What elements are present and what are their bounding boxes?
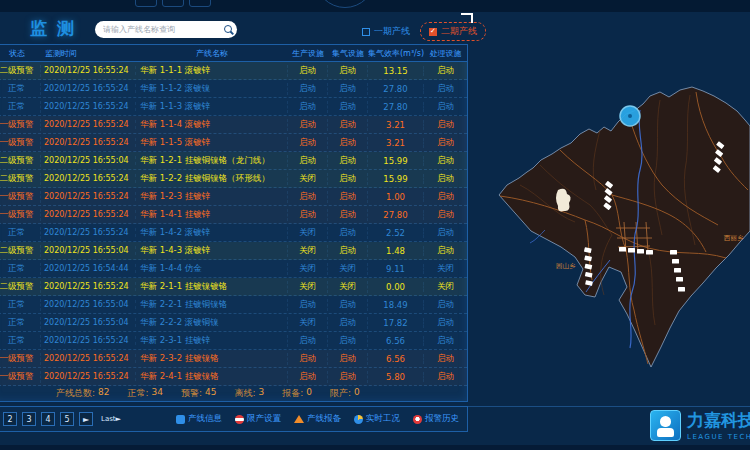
treatment-facility-cell: 启动	[424, 101, 467, 113]
page-button-3[interactable]: 3	[22, 412, 36, 426]
treatment-facility-cell: 启动	[424, 371, 467, 383]
cluster-marker[interactable]	[620, 106, 640, 126]
time-cell: 2020/12/25 16:55:24	[41, 66, 136, 75]
status-cell: 二级预警	[0, 245, 41, 257]
production-facility-cell: 启动	[288, 299, 328, 311]
page-button-2[interactable]: 2	[3, 412, 17, 426]
name-cell: 华新 1-4-1 挂镀锌	[136, 209, 288, 221]
table-row[interactable]: 二级预警 2020/12/25 16:55:04 华新 1-2-1 挂镀铜镍铬（…	[0, 152, 467, 170]
checkbox-checked-icon[interactable]	[429, 28, 437, 36]
gas-facility-cell: 启动	[328, 83, 368, 95]
phase1-label: 一期产线	[374, 25, 410, 38]
district-map[interactable]: 园山乡 西丽乡	[480, 50, 750, 405]
time-cell: 2020/12/25 16:54:44	[41, 264, 136, 273]
efficiency-cell: 6.56	[368, 336, 424, 346]
summary-value: 0	[354, 387, 360, 400]
page-button-4[interactable]: 4	[41, 412, 55, 426]
alarm-history-button[interactable]: 报警历史	[413, 413, 459, 425]
table-row[interactable]: 正常 2020/12/25 16:55:24 华新 2-3-1 挂镀锌 启动 启…	[0, 332, 467, 350]
brand-logo-icon	[650, 410, 681, 441]
line-info-label: 产线信息	[188, 413, 222, 425]
treatment-facility-cell: 启动	[424, 191, 467, 203]
search-icon[interactable]	[222, 24, 234, 36]
table-row[interactable]: 二级预警 2020/12/25 16:55:24 华新 2-1-1 挂镀镍镀铬 …	[0, 278, 467, 296]
gauge-icon	[354, 415, 363, 424]
status-cell: 正常	[0, 83, 41, 95]
table-row[interactable]: 一级预警 2020/12/25 16:55:24 华新 1-4-1 挂镀锌 启动…	[0, 206, 467, 224]
table-row[interactable]: 一级预警 2020/12/25 16:55:24 华新 2-3-2 挂镀镍铬 启…	[0, 350, 467, 368]
table-row[interactable]: 一级预警 2020/12/25 16:55:24 华新 2-4-1 挂镀镍铬 启…	[0, 368, 467, 386]
table-row[interactable]: 一级预警 2020/12/25 16:55:24 华新 1-2-3 挂镀锌 启动…	[0, 188, 467, 206]
realtime-status-button[interactable]: 实时工况	[354, 413, 400, 425]
time-cell: 2020/12/25 16:55:04	[41, 246, 136, 255]
map-label: 西丽乡	[723, 234, 744, 242]
status-cell: 正常	[0, 317, 41, 329]
phase1-filter[interactable]: 一期产线	[362, 25, 410, 38]
table-row[interactable]: 正常 2020/12/25 16:55:24 华新 1-1-3 滚镀锌 启动 启…	[0, 98, 467, 116]
status-cell: 一级预警	[0, 371, 41, 383]
divider-line	[468, 406, 750, 407]
production-facility-cell: 启动	[288, 191, 328, 203]
status-cell: 二级预警	[0, 173, 41, 185]
status-cell: 二级预警	[0, 155, 41, 167]
name-cell: 华新 1-1-4 滚镀锌	[136, 119, 288, 131]
treatment-facility-cell: 启动	[424, 65, 467, 77]
gas-facility-cell: 启动	[328, 245, 368, 257]
production-facility-cell: 关闭	[288, 173, 328, 185]
efficiency-cell: 3.21	[368, 120, 424, 130]
treatment-facility-cell: 启动	[424, 299, 467, 311]
name-cell: 华新 2-3-1 挂镀锌	[136, 335, 288, 347]
summary-value: 0	[306, 387, 312, 400]
gas-facility-cell: 启动	[328, 155, 368, 167]
checkbox-unchecked-icon[interactable]	[362, 28, 370, 36]
table-row[interactable]: 正常 2020/12/25 16:55:24 华新 1-4-2 滚镀锌 关闭 启…	[0, 224, 467, 242]
time-cell: 2020/12/25 16:55:24	[41, 192, 136, 201]
time-cell: 2020/12/25 16:55:24	[41, 138, 136, 147]
efficiency-cell: 0.00	[368, 282, 424, 292]
table-row[interactable]: 正常 2020/12/25 16:55:24 华新 1-1-2 滚镀镍 启动 启…	[0, 80, 467, 98]
table-row[interactable]: 正常 2020/12/25 16:55:04 华新 2-2-1 挂镀铜镍铬 启动…	[0, 296, 467, 314]
table-row[interactable]: 正常 2020/12/25 16:55:04 华新 2-2-2 滚镀铜镍 关闭 …	[0, 314, 467, 332]
efficiency-cell: 1.00	[368, 192, 424, 202]
last-page-button[interactable]: Last►	[101, 415, 121, 423]
table-row[interactable]: 二级预警 2020/12/25 16:55:24 华新 1-2-2 挂镀铜镍铬（…	[0, 170, 467, 188]
efficiency-cell: 15.99	[368, 156, 424, 166]
treatment-facility-cell: 启动	[424, 155, 467, 167]
name-cell: 华新 2-1-1 挂镀镍镀铬	[136, 281, 288, 293]
table-row[interactable]: 二级预警 2020/12/25 16:55:04 华新 1-4-3 滚镀锌 关闭…	[0, 242, 467, 260]
search-box[interactable]	[95, 21, 237, 38]
line-report-button[interactable]: 产线报备	[294, 413, 341, 425]
next-page-button[interactable]: ►	[79, 412, 93, 426]
table-row[interactable]: 一级预警 2020/12/25 16:55:24 华新 1-1-5 滚镀锌 启动…	[0, 134, 467, 152]
limit-settings-button[interactable]: 限产设置	[235, 413, 281, 425]
gas-facility-cell: 启动	[328, 317, 368, 329]
table-row[interactable]: 二级预警 2020/12/25 16:55:24 华新 1-1-1 滚镀锌 启动…	[0, 62, 467, 80]
treatment-facility-cell: 关闭	[424, 263, 467, 275]
pagination: 1 2 3 4 5 ► Last►	[0, 412, 121, 426]
name-cell: 华新 1-1-5 滚镀锌	[136, 137, 288, 149]
bottom-bar: 1 2 3 4 5 ► Last► 产线信息 限产设置 产线报备 实时工况 报警…	[0, 406, 468, 432]
table-row[interactable]: 正常 2020/12/25 16:54:44 华新 1-4-4 仿金 关闭 关闭…	[0, 260, 467, 278]
status-cell: 二级预警	[0, 65, 41, 77]
search-input[interactable]	[103, 25, 222, 34]
gas-facility-cell: 启动	[328, 299, 368, 311]
brand-logo: 力嘉科技 LEAGUE TECH	[650, 409, 750, 441]
brand-name: 力嘉科技	[687, 409, 750, 432]
page-button-5[interactable]: 5	[60, 412, 74, 426]
production-facility-cell: 启动	[288, 371, 328, 383]
gas-facility-cell: 启动	[328, 209, 368, 221]
line-info-button[interactable]: 产线信息	[176, 413, 222, 425]
efficiency-cell: 6.56	[368, 354, 424, 364]
col-status: 状态	[0, 48, 41, 59]
summary-value: 45	[205, 387, 216, 400]
status-cell: 正常	[0, 299, 41, 311]
treatment-facility-cell: 启动	[424, 137, 467, 149]
production-facility-cell: 关闭	[288, 227, 328, 239]
production-facility-cell: 启动	[288, 119, 328, 131]
table-row[interactable]: 一级预警 2020/12/25 16:55:24 华新 1-1-4 滚镀锌 启动…	[0, 116, 467, 134]
production-facility-cell: 启动	[288, 101, 328, 113]
summary-item: 报备: 0	[282, 387, 312, 400]
phase2-filter[interactable]: 二期产线	[420, 22, 486, 41]
status-cell: 正常	[0, 227, 41, 239]
treatment-facility-cell: 启动	[424, 83, 467, 95]
